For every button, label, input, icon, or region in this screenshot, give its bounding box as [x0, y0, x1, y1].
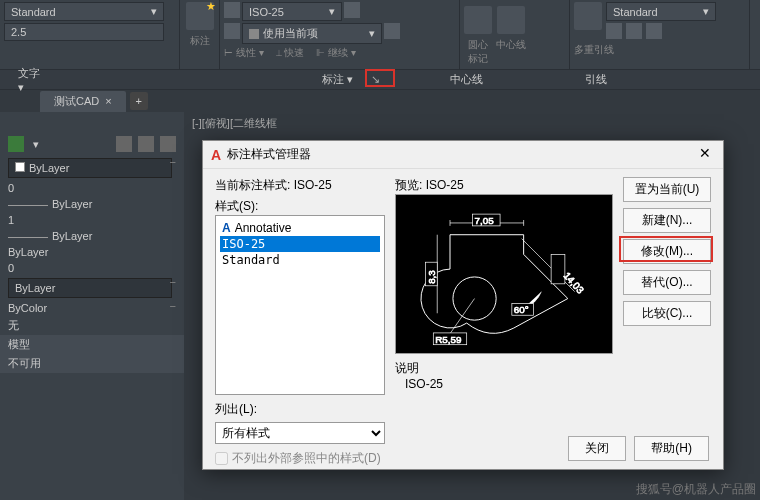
sub-text[interactable]: 文字 ▾	[0, 64, 60, 96]
sub-midline[interactable]: 中心线	[411, 70, 521, 89]
current-style-label: 当前标注样式: ISO-25	[215, 177, 385, 194]
prop-none: 无	[0, 316, 184, 335]
prop-linetype[interactable]: ByLayer	[0, 196, 184, 212]
dim-small-icon[interactable]	[384, 23, 400, 39]
ribbon-panel-bar: 文字 ▾ 标注 ▾ ↘ 中心线 引线	[0, 70, 760, 90]
dim-layer-dropdown[interactable]: 使用当前项▾	[242, 23, 382, 44]
ribbon: Standard▾ 2.5 ★ 标注 ISO-25▾ 使用当前项▾ ⊢ 线性 ▾…	[0, 0, 760, 70]
mleader-style-dropdown[interactable]: Standard▾	[606, 2, 716, 21]
sub-annotate[interactable]: 标注 ▾	[304, 70, 371, 89]
desc-label: 说明	[395, 360, 613, 377]
listout-label: 列出(L):	[215, 401, 385, 418]
preview-label: 预览: ISO-25	[395, 177, 613, 194]
highlight-modify	[619, 236, 713, 262]
prop-bylayer2[interactable]: ByLayer	[8, 278, 172, 298]
svg-rect-6	[551, 254, 565, 283]
text-height-dropdown[interactable]: 2.5	[4, 23, 164, 41]
autocad-logo-icon: A	[211, 147, 221, 163]
dialog-title: 标注样式管理器	[227, 146, 311, 163]
prop-model: 模型	[0, 335, 184, 354]
dialog-close-icon[interactable]: ✕	[695, 145, 715, 165]
collapse-1[interactable]: −	[170, 156, 176, 168]
quick-dim-btn[interactable]: ⟂ 快速	[276, 46, 305, 60]
prop-bycolor: ByColor	[0, 300, 184, 316]
center-mark-icon[interactable]	[464, 6, 492, 34]
sub-leader[interactable]: 引线	[521, 70, 671, 89]
btn-close[interactable]: 关闭	[568, 436, 626, 461]
dim-left: 8,3	[426, 270, 437, 284]
ml3-icon[interactable]	[646, 23, 662, 39]
styles-label: 样式(S):	[215, 198, 385, 215]
properties-sidebar: ▾ − ByLayer 0 ByLayer 1 ByLayer ByLayer …	[0, 112, 184, 500]
annotate-big-icon[interactable]: ★	[186, 2, 214, 30]
btn-new[interactable]: 新建(N)...	[623, 208, 711, 233]
viewport-label[interactable]: [-][俯视][二维线框	[184, 112, 760, 135]
text-style-dropdown[interactable]: Standard▾	[4, 2, 164, 21]
ml2-icon[interactable]	[626, 23, 642, 39]
highlight-expand	[365, 69, 395, 87]
centerline-icon[interactable]	[497, 6, 525, 34]
dim-top: 7,05	[475, 215, 495, 226]
prop-layer-row: ByLayer	[0, 244, 184, 260]
tool3-icon[interactable]	[160, 136, 176, 152]
dialog-titlebar[interactable]: A 标注样式管理器 ✕	[203, 141, 723, 169]
tab-add[interactable]: +	[130, 92, 148, 110]
btn-set-current[interactable]: 置为当前(U)	[623, 177, 711, 202]
annotate-label: 标注	[184, 34, 215, 48]
continue-dim-btn[interactable]: ⊩ 继续 ▾	[316, 46, 356, 60]
style-standard[interactable]: Standard	[220, 252, 380, 268]
linear-dim-btn[interactable]: ⊢ 线性 ▾	[224, 46, 264, 60]
dim-angle: 60°	[514, 304, 529, 315]
btn-compare[interactable]: 比较(C)...	[623, 301, 711, 326]
tool2-icon[interactable]	[138, 136, 154, 152]
prop-val-1: 1	[0, 212, 184, 228]
prop-val-0a: 0	[0, 180, 184, 196]
dim-radius: R5,59	[435, 334, 461, 345]
no-xref-checkbox[interactable]: 不列出外部参照中的样式(D)	[215, 450, 385, 467]
layer-swatch-icon[interactable]	[224, 23, 240, 39]
watermark: 搜狐号@机器人产品圈	[636, 481, 756, 498]
svg-line-5	[522, 239, 575, 292]
prop-color[interactable]: ByLayer	[8, 158, 172, 178]
style-list[interactable]: AAnnotative ISO-25 Standard	[215, 215, 385, 395]
list-filter-dropdown[interactable]: 所有样式	[215, 422, 385, 444]
btn-override[interactable]: 替代(O)...	[623, 270, 711, 295]
dim-style-dropdown[interactable]: ISO-25▾	[242, 2, 342, 21]
style-iso25[interactable]: ISO-25	[220, 236, 380, 252]
tool1-icon[interactable]	[116, 136, 132, 152]
mleader-icon[interactable]	[574, 2, 602, 30]
tab-close-icon[interactable]: ×	[105, 95, 111, 107]
style-annotative[interactable]: AAnnotative	[220, 220, 380, 236]
btn-help[interactable]: 帮助(H)	[634, 436, 709, 461]
sel-icon[interactable]	[8, 136, 24, 152]
prop-val-0b: 0	[0, 260, 184, 276]
ml1-icon[interactable]	[606, 23, 622, 39]
prop-unusable: 不可用	[0, 354, 184, 373]
desc-value: ISO-25	[405, 377, 613, 391]
dim-style-manager-dialog: A 标注样式管理器 ✕ 当前标注样式: ISO-25 样式(S): AAnnot…	[202, 140, 724, 470]
prop-lineweight[interactable]: ByLayer	[0, 228, 184, 244]
collapse-2[interactable]: −	[170, 276, 176, 288]
doc-tabs: 测试CAD× +	[0, 90, 760, 112]
preview-box: 7,05 8,3 14,03 60° R5,59	[395, 194, 613, 354]
dim-tool-icon[interactable]	[224, 2, 240, 18]
dim-update-icon[interactable]	[344, 2, 360, 18]
collapse-3[interactable]: −	[170, 300, 176, 312]
